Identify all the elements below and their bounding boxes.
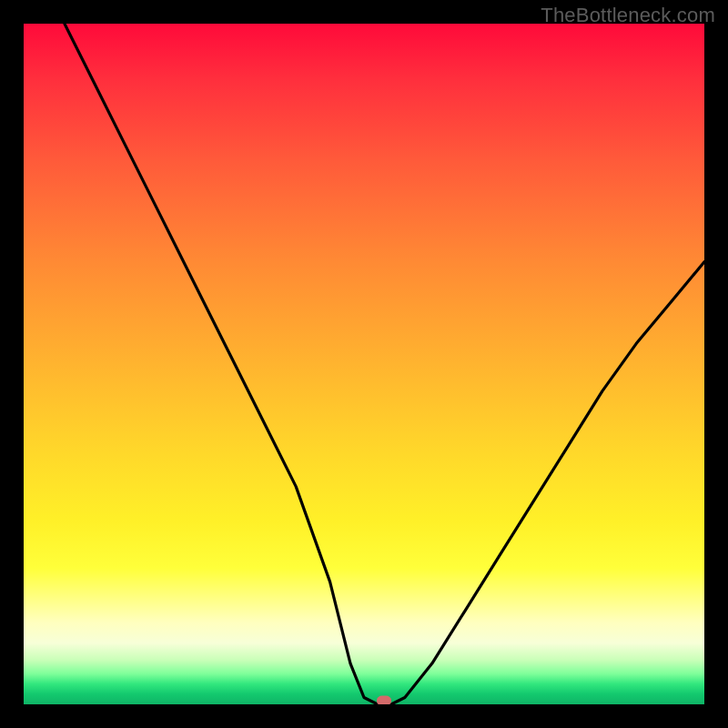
optimal-marker [377,696,391,704]
plot-area [24,24,704,704]
chart-frame: TheBottleneck.com [0,0,728,728]
curve-path [65,24,704,704]
watermark-text: TheBottleneck.com [541,4,715,27]
bottleneck-curve [24,24,704,704]
